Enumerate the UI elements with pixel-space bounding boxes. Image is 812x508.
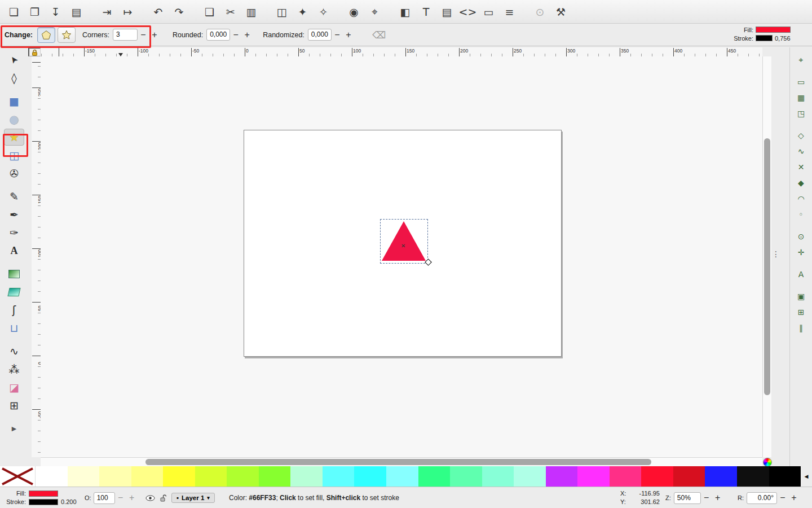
snap-paths-icon[interactable]: ∿ (793, 144, 809, 158)
opacity-field[interactable]: 100 (94, 492, 115, 504)
pencil-tool-icon[interactable]: ✎ (4, 188, 24, 205)
palette-swatch[interactable] (163, 466, 195, 487)
save-document-icon[interactable]: ↧ (47, 3, 64, 20)
mesh-gradient-tool-icon[interactable] (4, 283, 24, 300)
current-layer-selector[interactable]: • Layer 1 ▾ (171, 493, 215, 503)
layers-dialog-icon[interactable]: ▤ (438, 3, 456, 20)
palette-swatch[interactable] (450, 466, 482, 487)
toolbox-expand-icon[interactable]: ▶ (4, 420, 24, 437)
open-document-icon[interactable]: ❐ (26, 3, 43, 20)
star-tool-icon[interactable]: ★ (4, 129, 24, 146)
zoom-field[interactable]: 50% (674, 492, 701, 504)
print-icon[interactable]: ▤ (68, 3, 85, 20)
align-dialog-icon[interactable]: ≡ (501, 3, 518, 20)
palette-swatch[interactable] (482, 466, 514, 487)
unlink-clone-icon[interactable]: ✧ (315, 3, 332, 20)
gradient-tool-icon[interactable] (4, 265, 24, 282)
rotation-field[interactable]: 0.00° (747, 492, 777, 504)
no-color-swatch[interactable] (0, 466, 36, 487)
document-properties-icon[interactable]: ▭ (480, 3, 497, 20)
reset-defaults-button[interactable]: ⌫ (369, 29, 389, 41)
snap-nodes-icon[interactable]: ◇ (793, 129, 809, 142)
text-tool-icon[interactable]: A (4, 242, 24, 259)
toolbar-overflow-icon[interactable]: ⋮ (772, 249, 779, 259)
spiral-tool-icon[interactable]: ✇ (4, 165, 24, 182)
snap-smooth-nodes-icon[interactable]: ◠ (793, 192, 809, 205)
cut-icon[interactable]: ✂ (222, 3, 239, 20)
palette-swatch[interactable] (769, 466, 801, 487)
palette-scroll-arrow[interactable]: ◀ (801, 466, 812, 487)
fill-stroke-indicator-top[interactable]: Fill: Stroke: 0,756 (730, 25, 791, 42)
snap-enable-icon[interactable]: ⌖ (793, 53, 809, 67)
connector-tool-icon[interactable]: ⊞ (4, 397, 24, 414)
ellipse-tool-icon[interactable]: ● (4, 111, 24, 128)
palette-swatch[interactable] (354, 466, 386, 487)
snap-text-baseline-icon[interactable]: A (793, 268, 809, 281)
vertical-scrollbar[interactable] (762, 56, 771, 457)
new-document-icon[interactable]: ❏ (5, 3, 23, 20)
stroke-swatch[interactable] (756, 35, 773, 41)
palette-swatch[interactable] (131, 466, 164, 487)
snap-bbox-icon[interactable]: ▭ (793, 75, 809, 89)
layer-visibility-toggle[interactable] (145, 495, 155, 501)
snap-guides-icon[interactable]: ∥ (793, 321, 809, 335)
find-icon[interactable]: ⊙ (531, 3, 549, 20)
palette-swatch[interactable] (290, 466, 323, 487)
layer-lock-toggle[interactable] (160, 494, 166, 502)
vertical-scrollbar-thumb[interactable] (764, 138, 770, 395)
node-editor-tool-icon[interactable]: ◊ (4, 69, 24, 86)
corners-increase-button[interactable]: + (149, 29, 160, 41)
copy-icon[interactable]: ❑ (201, 3, 218, 20)
vertical-ruler[interactable]: 250200150100500-50 (32, 56, 41, 457)
opacity-increase-button[interactable]: + (126, 492, 138, 504)
snap-rotation-center-icon[interactable]: ✛ (793, 246, 809, 259)
spray-tool-icon[interactable]: ⁂ (4, 361, 24, 378)
dropper-tool-icon[interactable]: ʃ (4, 301, 24, 318)
rectangle-tool-icon[interactable]: ■ (4, 93, 24, 110)
stroke-swatch[interactable] (29, 499, 58, 505)
opacity-decrease-button[interactable]: − (115, 492, 126, 504)
preferences-icon[interactable]: ⚒ (552, 3, 570, 20)
rotation-decrease-button[interactable]: − (777, 492, 788, 504)
paint-bucket-tool-icon[interactable]: ⊔ (4, 319, 24, 336)
snap-bbox-corners-icon[interactable]: ◳ (793, 107, 809, 120)
undo-icon[interactable]: ↶ (149, 3, 167, 20)
palette-swatch[interactable] (99, 466, 131, 487)
palette-swatch[interactable] (514, 466, 546, 487)
xml-editor-icon[interactable]: <> (459, 3, 476, 20)
tweak-tool-icon[interactable]: ∿ (4, 343, 24, 360)
snap-path-intersections-icon[interactable]: ✕ (793, 160, 809, 174)
horizontal-scrollbar-thumb[interactable] (145, 459, 651, 465)
palette-swatch[interactable] (577, 466, 610, 487)
palette-swatch[interactable] (227, 466, 259, 487)
randomized-increase-button[interactable]: + (343, 29, 354, 41)
color-managed-view-icon[interactable] (763, 458, 772, 467)
import-icon[interactable]: ⇥ (98, 3, 116, 20)
eraser-tool-icon[interactable]: ◪ (4, 379, 24, 396)
redo-icon[interactable]: ↷ (170, 3, 188, 20)
palette-swatch[interactable] (195, 466, 227, 487)
bezier-pen-tool-icon[interactable]: ✒ (4, 206, 24, 223)
box3d-tool-icon[interactable]: ◫ (4, 147, 24, 164)
rounded-increase-button[interactable]: + (241, 29, 253, 41)
rotation-increase-button[interactable]: + (788, 492, 800, 504)
snap-object-centers-icon[interactable]: ⊙ (793, 230, 809, 243)
duplicate-icon[interactable]: ◫ (273, 3, 290, 20)
snap-page-border-icon[interactable]: ▣ (793, 290, 809, 303)
zoom-drawing-icon[interactable]: ⌖ (366, 3, 383, 20)
palette-swatch[interactable] (259, 466, 291, 487)
horizontal-ruler[interactable]: -150-100-50050100150200250300350400450 (41, 47, 762, 57)
horizontal-scrollbar[interactable] (41, 457, 762, 466)
palette-swatch[interactable] (323, 466, 355, 487)
rounded-field[interactable]: 0,000 (206, 29, 230, 41)
lock-guides-button[interactable] (28, 47, 41, 56)
palette-swatch[interactable] (546, 466, 578, 487)
corners-field[interactable]: 3 (113, 29, 138, 41)
zoom-in-button[interactable]: + (712, 492, 723, 504)
fill-swatch[interactable] (756, 27, 791, 33)
selector-tool-icon[interactable]: ➤ (4, 51, 24, 68)
drawing-canvas[interactable]: ✕ (41, 56, 762, 457)
snap-cusp-nodes-icon[interactable]: ◆ (793, 176, 809, 190)
palette-swatch[interactable] (386, 466, 418, 487)
polygon-mode-button[interactable] (37, 27, 55, 43)
